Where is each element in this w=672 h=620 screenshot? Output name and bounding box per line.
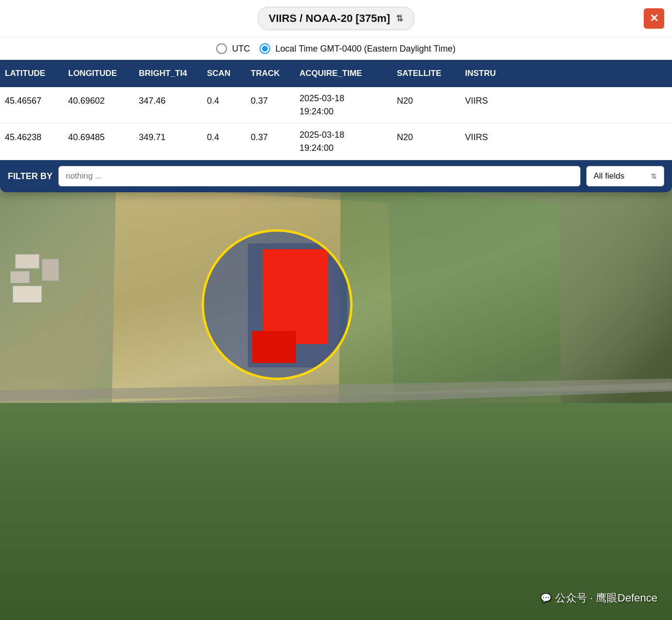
cell-acquire-time-1: 19:24:00: [299, 142, 387, 155]
utc-label: UTC: [232, 44, 250, 54]
cell-latitude-1: 45.46238: [0, 124, 63, 160]
watermark-bottom-text: 公众号 · 鹰眼Defence: [555, 591, 657, 605]
filter-row: FILTER BY All fields ⇅: [0, 160, 672, 192]
filter-input[interactable]: [58, 166, 580, 186]
sensor-label: VIIRS / NOAA-20 [375m]: [269, 12, 390, 25]
filter-label: FILTER BY: [8, 171, 53, 182]
cell-latitude-0: 45.46567: [0, 87, 63, 123]
col-header-bright-ti4: BRIGHT_TI4: [134, 65, 202, 82]
watermark-bottom-right: 💬 公众号 · 鹰眼Defence: [541, 591, 657, 605]
cell-bright-1: 349.71: [134, 124, 202, 160]
fire-red-hotspot: [262, 249, 328, 344]
all-fields-selector[interactable]: All fields ⇅: [586, 166, 664, 186]
cell-bright-0: 347.46: [134, 87, 202, 123]
green-fields: [0, 403, 672, 620]
cell-acquire-date-0: 2025-03-18: [299, 92, 387, 105]
cell-scan-0: 0.4: [202, 87, 246, 123]
cell-instrument-1: VIIRS: [460, 124, 523, 160]
cell-longitude-0: 40.69602: [63, 87, 134, 123]
fire-detection-circle: [202, 229, 353, 380]
local-radio-button[interactable]: [260, 43, 270, 54]
cell-satellite-1: N20: [392, 124, 460, 160]
col-header-instrument: INSTRU: [460, 65, 523, 82]
wechat-icon: 💬: [541, 593, 551, 603]
sensor-chevron-icon: ⇅: [396, 13, 403, 24]
table-header: LATITUDE LONGITUDE BRIGHT_TI4 SCAN TRACK…: [0, 60, 672, 87]
data-panel: VIIRS / NOAA-20 [375m] ⇅ ✕ UTC Local Tim…: [0, 0, 672, 192]
fields-chevron-icon: ⇅: [651, 172, 657, 180]
table-row[interactable]: 45.46238 40.69485 349.71 0.4 0.37 2025-0…: [0, 124, 672, 160]
fire-red-secondary: [252, 331, 296, 363]
timezone-row: UTC Local Time GMT-0400 (Eastern Dayligh…: [0, 37, 672, 60]
col-header-satellite: SATELLITE: [392, 65, 460, 82]
col-header-latitude: LATITUDE: [0, 65, 63, 82]
col-header-acquire-time: ACQUIRE_TIME: [295, 65, 392, 82]
buildings-cluster: [10, 254, 64, 312]
utc-radio-group: UTC: [216, 43, 250, 54]
cell-track-0: 0.37: [246, 87, 295, 123]
table-row[interactable]: 45.46567 40.69602 347.46 0.4 0.37 2025-0…: [0, 87, 672, 124]
all-fields-label: All fields: [594, 171, 624, 181]
cell-track-1: 0.37: [246, 124, 295, 160]
local-time-label: Local Time GMT-0400 (Eastern Daylight Ti…: [275, 44, 455, 54]
col-header-track: TRACK: [246, 65, 295, 82]
sensor-selector[interactable]: VIIRS / NOAA-20 [375m] ⇅: [258, 7, 414, 30]
col-header-scan: SCAN: [202, 65, 246, 82]
cell-longitude-1: 40.69485: [63, 124, 134, 160]
cell-scan-1: 0.4: [202, 124, 246, 160]
cell-acquire-0: 2025-03-18 19:24:00: [295, 87, 392, 123]
cell-satellite-0: N20: [392, 87, 460, 123]
panel-header: VIIRS / NOAA-20 [375m] ⇅ ✕: [0, 0, 672, 37]
col-header-longitude: LONGITUDE: [63, 65, 134, 82]
cell-instrument-0: VIIRS: [460, 87, 523, 123]
cell-acquire-time-0: 19:24:00: [299, 105, 387, 118]
local-radio-group: Local Time GMT-0400 (Eastern Daylight Ti…: [260, 43, 455, 54]
close-button[interactable]: ✕: [644, 8, 664, 29]
cell-acquire-1: 2025-03-18 19:24:00: [295, 124, 392, 160]
cell-acquire-date-1: 2025-03-18: [299, 128, 387, 142]
utc-radio-button[interactable]: [216, 43, 227, 54]
